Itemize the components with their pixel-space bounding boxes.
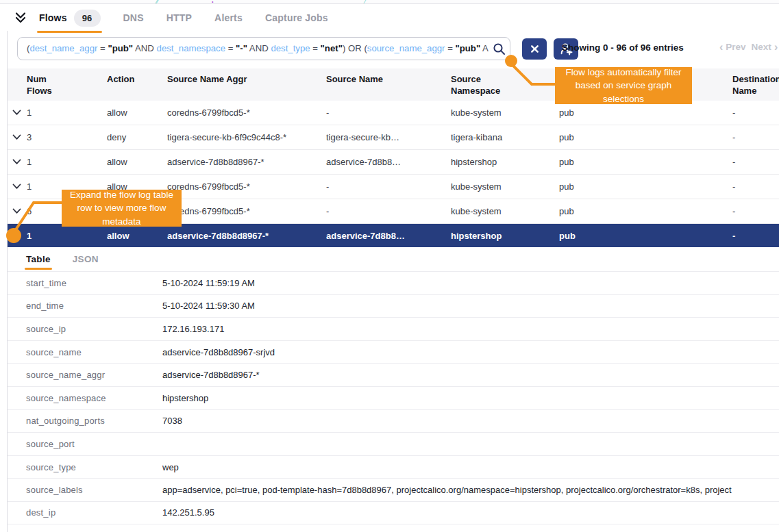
flow-logs-page: ⁄⁄ • ⁄ Flows 96 DNS HTTP Alerts Capture … — [0, 0, 779, 532]
detail-value: wep — [162, 462, 779, 472]
detail-tab-json[interactable]: JSON — [73, 254, 99, 264]
query-token: = — [445, 43, 455, 53]
cell-source-name-aggr: tigera-secure-kb-6f9c9c44c8-* — [167, 132, 326, 142]
expand-chevron-down-icon[interactable] — [12, 110, 21, 116]
tab-http[interactable]: HTTP — [166, 12, 192, 23]
detail-key: start_time — [26, 278, 162, 288]
detail-value: hipstershop — [162, 393, 779, 403]
cell-source-namespace: hipstershop — [451, 157, 559, 167]
expand-chevron-down-icon[interactable] — [12, 183, 21, 190]
flow-detail-panel: Table JSON start_time 5-10-2024 11:59:19… — [8, 247, 779, 532]
tab-flows[interactable]: Flows 96 — [39, 10, 101, 27]
tab-flows-label: Flows — [39, 12, 67, 23]
cell-source-namespace: kube-system — [451, 181, 559, 192]
collapse-double-chevron-icon[interactable] — [14, 11, 27, 25]
query-token: "net" — [321, 43, 343, 53]
col-num-flows[interactable]: Num Flows — [27, 74, 107, 97]
tab-alerts[interactable]: Alerts — [214, 12, 243, 23]
cell-source-name: - — [326, 206, 451, 216]
detail-row: source_labels app=adservice, pci=true, p… — [8, 478, 779, 501]
prev-page-button[interactable]: ‹Prev — [719, 42, 746, 52]
cell-destination-name: - — [732, 132, 779, 142]
detail-row: source_port — [8, 432, 779, 455]
cell-source-name: adservice-7d8b8… — [326, 157, 451, 167]
query-token: "-" — [236, 43, 247, 53]
detail-key: dest_ip — [26, 507, 162, 518]
col-source-name-aggr[interactable]: Source Name Aggr — [167, 74, 326, 86]
expand-chevron-down-icon[interactable] — [12, 159, 21, 165]
cell-action: allow — [107, 107, 167, 118]
tab-capture-jobs[interactable]: Capture Jobs — [265, 12, 328, 23]
cell-source-name: adservice-7d8b8… — [326, 231, 451, 241]
search-icon[interactable] — [489, 38, 509, 59]
table-row[interactable]: 1 allow adservice-7d8b8d8967-* adservice… — [8, 150, 779, 175]
cell-dest-name-aggr: pub — [559, 231, 732, 241]
detail-value: app=adservice, pci=true, pod-template-ha… — [162, 485, 779, 495]
cell-destination-name: - — [732, 157, 779, 167]
cell-action: deny — [107, 132, 167, 142]
clear-filter-button[interactable] — [522, 38, 547, 60]
detail-row: source_namespace hipstershop — [8, 386, 779, 409]
flows-count-badge: 96 — [74, 10, 101, 27]
detail-key: source_namespace — [26, 393, 162, 403]
cell-source-name-aggr: adservice-7d8b8d8967-* — [167, 231, 326, 241]
cell-num-flows: 3 — [27, 132, 107, 142]
cell-action: allow — [107, 157, 167, 167]
query-token: "pub" — [108, 43, 133, 53]
detail-value: adservice-7d8b8d8967-* — [162, 370, 779, 380]
detail-value: 5-10-2024 11:59:19 AM — [162, 278, 779, 288]
detail-row: start_time 5-10-2024 11:59:19 AM — [8, 271, 779, 294]
detail-key: source_type — [26, 462, 162, 472]
cell-source-name-aggr: coredns-6799fbcd5-* — [167, 181, 326, 192]
cell-action: allow — [107, 231, 167, 241]
detail-key: end_time — [26, 301, 162, 311]
tab-dns[interactable]: DNS — [123, 12, 144, 23]
cell-dest-name-aggr: pub — [559, 206, 732, 216]
detail-value: 172.16.193.171 — [162, 324, 779, 334]
chevron-right-icon: › — [774, 42, 778, 52]
query-token: = — [225, 43, 236, 53]
cell-source-name-aggr: coredns-6799fbcd5-* — [167, 107, 326, 118]
expand-chevron-down-icon[interactable] — [12, 208, 21, 214]
detail-kv-list: start_time 5-10-2024 11:59:19 AM end_tim… — [8, 271, 779, 524]
cell-source-name: tigera-secure-kb… — [326, 132, 451, 142]
query-token: dest_type — [271, 43, 310, 53]
table-row[interactable]: 3 deny tigera-secure-kb-6f9c9c44c8-* tig… — [8, 125, 779, 150]
cell-source-name-aggr: coredns-6799fbcd5-* — [167, 206, 326, 216]
detail-value: adservice-7d8b8d8967-srjvd — [162, 347, 779, 357]
col-action[interactable]: Action — [107, 74, 167, 86]
cell-destination-name: - — [732, 206, 779, 216]
query-token: source_name_aggr — [367, 43, 445, 53]
detail-key: source_port — [26, 439, 162, 449]
cell-num-flows: 1 — [27, 107, 107, 118]
col-source-namespace[interactable]: Source Namespace — [451, 74, 559, 97]
detail-key: source_name_aggr — [26, 370, 162, 380]
cell-destination-name: - — [732, 181, 779, 192]
cell-dest-name-aggr: pub — [559, 107, 732, 118]
col-destination-name[interactable]: Destination Name — [732, 74, 779, 97]
col-source-name[interactable]: Source Name — [326, 74, 451, 86]
detail-row: source_name adservice-7d8b8d8967-srjvd — [8, 340, 779, 364]
decorative-mark: ⁄⁄ — [156, 0, 158, 4]
cell-source-name: - — [326, 107, 451, 118]
next-page-button[interactable]: Next› — [752, 42, 778, 52]
flow-query-input[interactable]: (dest_name_aggr = "pub" AND dest_namespa… — [17, 37, 510, 60]
query-token: "pub" — [456, 43, 481, 53]
entries-count-text: Showing 0 - 96 of 96 entries — [562, 42, 684, 53]
callout-filter-tooltip: Flow logs automatically filter based on … — [555, 67, 692, 104]
chevron-left-icon: ‹ — [719, 42, 723, 52]
cell-dest-name-aggr: pub — [559, 181, 732, 192]
query-token: = — [97, 43, 108, 53]
detail-tabbar: Table JSON — [8, 247, 779, 271]
detail-row: source_ip 172.16.193.171 — [8, 317, 779, 340]
cell-destination-name: - — [732, 231, 779, 241]
query-token: dest_namespace — [157, 43, 225, 53]
cell-source-namespace: kube-system — [451, 107, 559, 118]
cell-num-flows: 1 — [27, 231, 107, 241]
page-above-sliver: ⁄⁄ • ⁄ — [0, 0, 779, 4]
cell-source-namespace: kube-system — [451, 206, 559, 216]
expand-chevron-down-icon[interactable] — [12, 134, 21, 140]
cell-source-namespace: tigera-kibana — [451, 132, 559, 142]
detail-tab-table[interactable]: Table — [26, 254, 51, 264]
detail-row: nat_outgoing_ports 7038 — [8, 409, 779, 433]
